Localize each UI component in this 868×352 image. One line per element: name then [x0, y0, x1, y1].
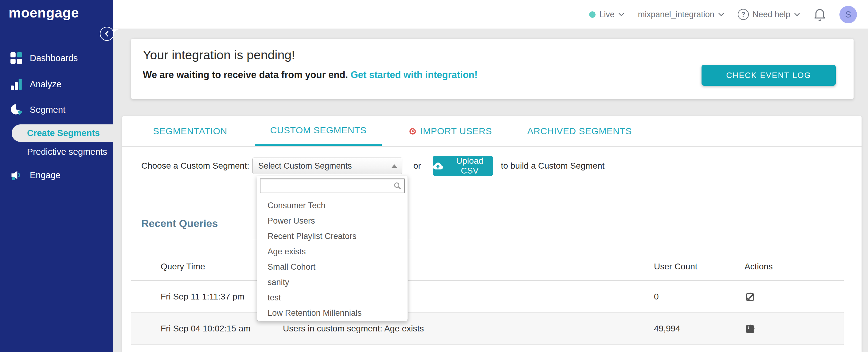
tab-label: SEGMENTATION: [153, 126, 227, 136]
dropdown-option[interactable]: Age exists: [257, 244, 408, 259]
chevron-down-icon: [618, 12, 624, 17]
user-count-cell: 0: [654, 292, 659, 301]
environment-selector[interactable]: Live: [589, 10, 624, 19]
dropdown-option[interactable]: test: [257, 290, 408, 305]
upload-csv-button[interactable]: Upload CSV: [433, 156, 493, 176]
check-event-log-button[interactable]: CHECK EVENT LOG: [702, 65, 836, 86]
dropdown-search: [260, 179, 405, 193]
table-header-row: Query Time User Count Actions: [131, 239, 844, 281]
custom-segment-chooser-row: Choose a Custom Segment: Select Custom S…: [122, 154, 862, 178]
banner-message: We are waiting to receive data from your…: [143, 69, 477, 81]
tab-custom-segments[interactable]: CUSTOM SEGMENTS: [255, 116, 382, 146]
cloud-upload-icon: [433, 162, 443, 170]
need-help-menu[interactable]: ? Need help: [738, 9, 800, 20]
search-icon: [393, 182, 402, 190]
recent-queries-heading: Recent Queries: [141, 218, 218, 229]
moengage-logo[interactable]: moengage: [9, 5, 79, 21]
table-row: Fri Sep 04 10:02:15 am Users in custom s…: [131, 313, 844, 345]
notifications-bell-icon[interactable]: [814, 8, 826, 21]
chevron-down-icon: [794, 12, 800, 17]
custom-segment-dropdown: Consumer Tech Power Users Recent Playlis…: [257, 176, 408, 321]
sidebar-item-segment[interactable]: Segment: [0, 100, 113, 120]
get-started-link[interactable]: Get started with integration!: [350, 69, 477, 80]
chevron-left-icon: [104, 30, 110, 37]
sidebar-nav: moengage Dashboards Analyze: [0, 0, 113, 352]
tab-label: CUSTOM SEGMENTS: [270, 125, 367, 135]
sidebar-item-engage[interactable]: Engage: [0, 165, 113, 185]
environment-label: Live: [599, 10, 615, 19]
integration-pending-banner: Your integration is pending! We are wait…: [131, 39, 854, 99]
query-cell: Users in custom segment: Age exists: [283, 324, 424, 333]
segments-tab-bar: SEGMENTATION CUSTOM SEGMENTS IMPORT USER…: [122, 116, 862, 147]
help-question-icon: ?: [738, 9, 749, 20]
dropdown-option[interactable]: Power Users: [257, 213, 408, 228]
table-row: Fri Sep 11 1:11:37 pm 0: [131, 281, 844, 313]
app-name-label: mixpanel_integration: [638, 10, 714, 19]
app-selector[interactable]: mixpanel_integration: [638, 10, 724, 19]
banner-title: Your integration is pending!: [143, 48, 295, 62]
query-time-cell: Fri Sep 04 10:02:15 am: [161, 324, 251, 333]
tab-label: ARCHIVED SEGMENTS: [527, 126, 631, 136]
banner-message-text: We are waiting to receive data from your…: [143, 69, 348, 80]
sidebar-subitem-label: Predictive segments: [27, 147, 107, 157]
analyze-bars-icon: [10, 78, 23, 90]
sidebar-item-analyze[interactable]: Analyze: [0, 74, 113, 94]
tab-import-users[interactable]: IMPORT USERS: [402, 116, 499, 146]
dropdown-option[interactable]: Recent Playlist Creators: [257, 228, 408, 244]
sidebar-item-predictive-segments[interactable]: Predictive segments: [27, 144, 113, 159]
tab-label: IMPORT USERS: [420, 126, 492, 136]
moengage-app: Live mixpanel_integration ? Need help S …: [0, 0, 868, 352]
segment-pie-icon: [10, 103, 23, 116]
triangle-up-icon: [392, 164, 397, 168]
dropdown-search-input[interactable]: [260, 179, 405, 193]
sidebar-item-label: Engage: [30, 170, 61, 180]
dropdown-option[interactable]: sanity: [257, 275, 408, 290]
column-header-user-count: User Count: [654, 262, 698, 271]
tab-archived-segments[interactable]: ARCHIVED SEGMENTS: [519, 116, 639, 146]
chooser-suffix-text: to build a Custom Segment: [501, 161, 605, 171]
sidebar-item-create-segments[interactable]: Create Segments: [12, 124, 113, 142]
custom-segment-select[interactable]: Select Custom Segments: [252, 158, 402, 174]
query-time-cell: Fri Sep 11 1:11:37 pm: [161, 292, 245, 301]
segments-panel: SEGMENTATION CUSTOM SEGMENTS IMPORT USER…: [122, 116, 862, 352]
dropdown-options-list: Consumer Tech Power Users Recent Playlis…: [257, 198, 408, 321]
export-icon[interactable]: [745, 323, 756, 334]
engage-megaphone-icon: [10, 169, 23, 181]
column-header-query-time: Query Time: [161, 262, 205, 271]
top-bar-right-cluster: Live mixpanel_integration ? Need help S: [589, 0, 857, 29]
chevron-down-icon: [718, 12, 724, 17]
need-help-label: Need help: [752, 10, 790, 19]
or-text: or: [413, 161, 421, 171]
select-value: Select Custom Segments: [258, 161, 352, 171]
dropdown-option[interactable]: Consumer Tech: [257, 198, 408, 213]
sidebar-item-label: Analyze: [30, 79, 61, 89]
dropdown-option[interactable]: Low Retention Millennials: [257, 305, 408, 321]
recent-queries-table: Query Time User Count Actions Fri Sep 11…: [131, 239, 844, 345]
dropdown-option[interactable]: Small Cohort: [257, 259, 408, 275]
live-status-dot: [589, 11, 595, 18]
upload-csv-label: Upload CSV: [446, 156, 493, 176]
dashboards-grid-icon: [10, 52, 23, 64]
top-bar: Live mixpanel_integration ? Need help S: [0, 0, 868, 29]
chooser-label: Choose a Custom Segment:: [141, 161, 249, 171]
column-header-actions: Actions: [745, 262, 773, 271]
tab-segmentation[interactable]: SEGMENTATION: [145, 116, 235, 146]
sidebar-collapse-button[interactable]: [100, 27, 114, 41]
sidebar-item-label: Dashboards: [30, 53, 78, 63]
sidebar-subitem-label: Create Segments: [27, 128, 100, 138]
user-avatar[interactable]: S: [839, 6, 857, 23]
sidebar-item-label: Segment: [30, 105, 65, 115]
user-count-cell: 49,994: [654, 324, 680, 333]
record-dot-icon: [409, 128, 416, 134]
sidebar-item-dashboards[interactable]: Dashboards: [0, 48, 113, 68]
edit-icon[interactable]: [745, 291, 756, 302]
